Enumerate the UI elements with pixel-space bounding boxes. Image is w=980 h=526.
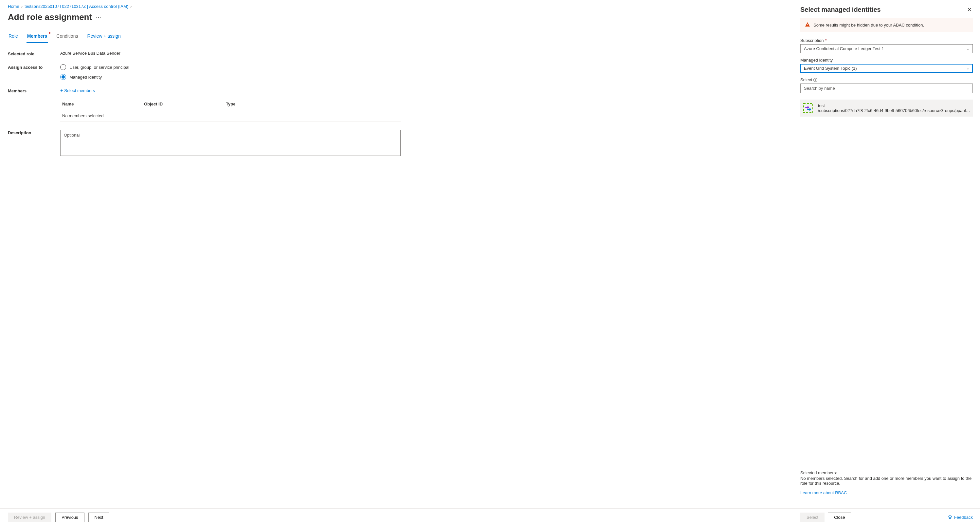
members-table: Name Object ID Type No members selected bbox=[60, 98, 401, 122]
chevron-down-icon: ⌄ bbox=[967, 47, 969, 51]
select-members-link[interactable]: + Select members bbox=[60, 88, 95, 93]
chevron-right-icon: › bbox=[21, 4, 22, 9]
radio-icon bbox=[60, 64, 66, 70]
chevron-down-icon: ⌄ bbox=[967, 67, 969, 70]
col-object-id: Object ID bbox=[144, 102, 226, 107]
subscription-dropdown[interactable]: Azure Confidential Compute Ledger Test 1… bbox=[800, 44, 973, 53]
select-managed-identities-panel: Select managed identities ✕ Some results… bbox=[793, 0, 980, 526]
plus-icon: + bbox=[60, 88, 63, 93]
panel-close-button[interactable]: Close bbox=[828, 513, 851, 522]
assign-access-label: Assign access to bbox=[8, 64, 60, 70]
select-members-text: Select members bbox=[64, 88, 95, 93]
tabs: Role Members Conditions Review + assign bbox=[8, 32, 785, 43]
subscription-value: Azure Confidential Compute Ledger Test 1 bbox=[804, 46, 884, 51]
feedback-link[interactable]: Feedback bbox=[948, 515, 973, 520]
radio-user-group[interactable]: User, group, or service principal bbox=[60, 64, 401, 70]
warning-text: Some results might be hidden due to your… bbox=[813, 22, 924, 27]
description-input[interactable] bbox=[60, 130, 401, 156]
panel-select-button[interactable]: Select bbox=[800, 513, 824, 522]
selected-role-label: Selected role bbox=[8, 51, 60, 56]
indicator-dot-icon bbox=[49, 32, 50, 34]
managed-identity-value: Event Grid System Topic (1) bbox=[804, 66, 857, 71]
chevron-right-icon: › bbox=[130, 4, 132, 9]
info-icon[interactable]: i bbox=[813, 78, 817, 82]
search-input[interactable] bbox=[800, 83, 973, 93]
breadcrumb: Home › testsbns20250107T022710317Z | Acc… bbox=[8, 4, 785, 9]
warning-icon bbox=[805, 22, 810, 28]
tab-review[interactable]: Review + assign bbox=[86, 32, 121, 43]
breadcrumb-resource[interactable]: testsbns20250107T022710317Z | Access con… bbox=[25, 4, 128, 9]
result-name: test bbox=[818, 103, 971, 108]
description-label: Description bbox=[8, 130, 60, 135]
breadcrumb-home[interactable]: Home bbox=[8, 4, 19, 9]
select-label: Select bbox=[800, 77, 812, 82]
result-path: /subscriptions/027da7f8-2fc6-46d4-9be9-5… bbox=[818, 108, 971, 113]
selected-members-title: Selected members: bbox=[800, 470, 973, 475]
members-label: Members bbox=[8, 88, 60, 93]
selected-role-value: Azure Service Bus Data Sender bbox=[60, 51, 401, 56]
tab-role[interactable]: Role bbox=[8, 32, 19, 43]
panel-title: Select managed identities bbox=[800, 6, 881, 13]
col-type: Type bbox=[226, 102, 399, 107]
subscription-label: Subscription bbox=[800, 38, 824, 43]
more-icon[interactable]: ··· bbox=[96, 14, 101, 20]
radio-user-label: User, group, or service principal bbox=[69, 65, 129, 70]
next-button[interactable]: Next bbox=[88, 513, 110, 522]
radio-checked-icon bbox=[60, 74, 66, 80]
radio-mi-label: Managed identity bbox=[69, 75, 102, 80]
selected-members-desc: No members selected. Search for and add … bbox=[800, 476, 973, 486]
tab-conditions[interactable]: Conditions bbox=[56, 32, 78, 43]
managed-identity-label: Managed identity bbox=[800, 57, 833, 62]
feedback-text: Feedback bbox=[954, 515, 973, 520]
warning-banner: Some results might be hidden due to your… bbox=[800, 18, 973, 32]
review-assign-button[interactable]: Review + assign bbox=[8, 513, 51, 522]
result-item[interactable]: test /subscriptions/027da7f8-2fc6-46d4-9… bbox=[800, 100, 973, 116]
radio-managed-identity[interactable]: Managed identity bbox=[60, 74, 401, 80]
event-grid-topic-icon bbox=[802, 102, 814, 114]
tab-members-label: Members bbox=[27, 33, 47, 39]
feedback-icon bbox=[948, 515, 953, 520]
table-empty-text: No members selected bbox=[62, 113, 103, 118]
tab-members[interactable]: Members bbox=[27, 32, 48, 43]
page-title: Add role assignment bbox=[8, 12, 92, 22]
managed-identity-dropdown[interactable]: Event Grid System Topic (1) ⌄ bbox=[800, 64, 973, 73]
close-icon[interactable]: ✕ bbox=[966, 6, 973, 13]
learn-more-link[interactable]: Learn more about RBAC bbox=[800, 490, 847, 495]
previous-button[interactable]: Previous bbox=[55, 513, 84, 522]
col-name: Name bbox=[62, 102, 144, 107]
required-icon: * bbox=[825, 38, 827, 43]
